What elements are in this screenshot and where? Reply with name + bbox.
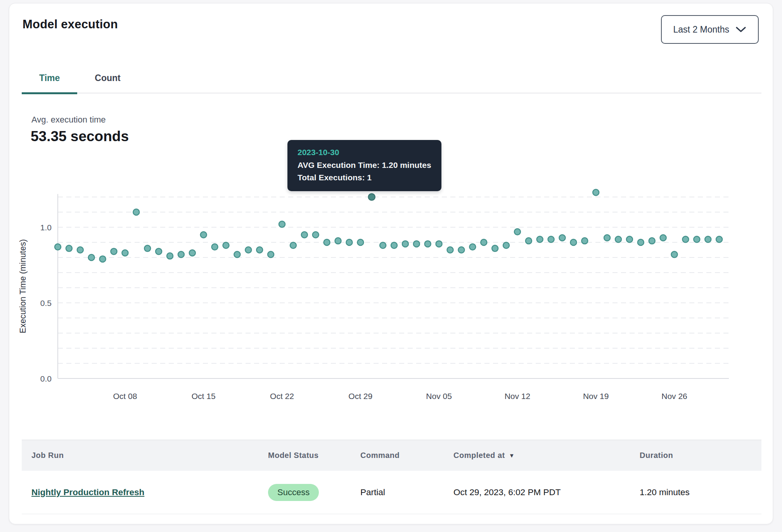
svg-text:Oct 15: Oct 15 bbox=[192, 392, 216, 401]
svg-text:1.0: 1.0 bbox=[40, 223, 52, 232]
svg-text:Execution Time (minutes): Execution Time (minutes) bbox=[18, 239, 28, 333]
svg-text:Nov 05: Nov 05 bbox=[426, 392, 452, 401]
table-row: Nightly Production Refresh Success Parti… bbox=[22, 471, 761, 514]
svg-text:0.5: 0.5 bbox=[40, 299, 52, 307]
svg-text:Nov 19: Nov 19 bbox=[583, 392, 609, 401]
column-header-completed-at[interactable]: Completed at ▼ bbox=[453, 451, 640, 460]
svg-text:Nov 26: Nov 26 bbox=[661, 392, 687, 401]
command-cell: Partial bbox=[360, 487, 453, 497]
svg-text:Oct 22: Oct 22 bbox=[270, 392, 294, 401]
svg-text:Oct 08: Oct 08 bbox=[113, 392, 137, 401]
execution-time-chart[interactable]: 0.00.51.0Oct 08Oct 15Oct 22Oct 29Nov 05N… bbox=[9, 3, 773, 430]
svg-text:0.0: 0.0 bbox=[40, 374, 52, 383]
column-header-job-run[interactable]: Job Run bbox=[31, 451, 268, 460]
tooltip-total-executions: Total Executions: 1 bbox=[298, 171, 431, 184]
column-header-command[interactable]: Command bbox=[360, 451, 453, 460]
tooltip-date: 2023-10-30 bbox=[298, 146, 431, 159]
chart-tooltip: 2023-10-30 AVG Execution Time: 1.20 minu… bbox=[287, 140, 441, 191]
sort-desc-icon[interactable]: ▼ bbox=[509, 452, 515, 459]
column-header-model-status[interactable]: Model Status bbox=[268, 451, 360, 460]
column-header-duration[interactable]: Duration bbox=[640, 451, 752, 460]
job-run-link[interactable]: Nightly Production Refresh bbox=[31, 487, 144, 497]
svg-text:Oct 29: Oct 29 bbox=[348, 392, 372, 401]
status-badge: Success bbox=[268, 484, 319, 501]
completed-at-cell: Oct 29, 2023, 6:02 PM PDT bbox=[453, 487, 640, 497]
tooltip-avg-time: AVG Execution Time: 1.20 minutes bbox=[298, 159, 431, 172]
table-header-row: Job Run Model Status Command Completed a… bbox=[22, 440, 761, 471]
job-runs-table: Job Run Model Status Command Completed a… bbox=[22, 440, 761, 514]
model-execution-card: Model execution Last 2 Months Time Count… bbox=[9, 3, 773, 524]
duration-cell: 1.20 minutes bbox=[640, 487, 752, 497]
svg-text:Nov 12: Nov 12 bbox=[505, 392, 531, 401]
